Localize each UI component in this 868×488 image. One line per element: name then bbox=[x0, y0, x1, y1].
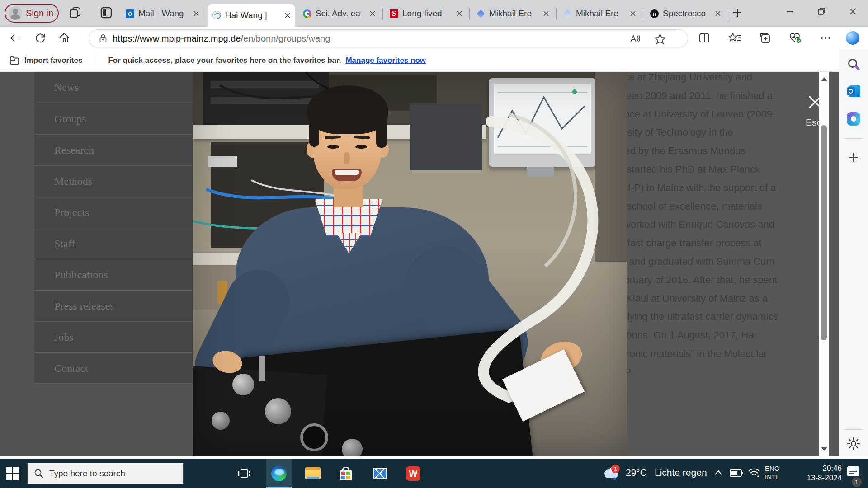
sidebar-item-methods[interactable]: Methods bbox=[34, 165, 195, 197]
sidebar-outlook-icon[interactable] bbox=[846, 84, 861, 99]
scrollbar-down-arrow[interactable] bbox=[821, 447, 827, 451]
clock-date: 13-8-2024 bbox=[792, 473, 842, 483]
tab-close-icon[interactable] bbox=[543, 11, 549, 16]
tab-actions-icon[interactable] bbox=[100, 7, 112, 19]
lock-icon[interactable] bbox=[99, 34, 107, 43]
home-icon[interactable] bbox=[56, 30, 72, 46]
settings-more-icon[interactable] bbox=[817, 30, 834, 46]
mpip-favicon bbox=[212, 11, 221, 19]
split-screen-icon[interactable] bbox=[696, 30, 712, 46]
wifi-icon[interactable] bbox=[748, 467, 760, 478]
import-favorites-label[interactable]: Import favorites bbox=[24, 56, 82, 65]
import-favorites-icon[interactable] bbox=[9, 56, 20, 66]
taskbar-search-input[interactable] bbox=[49, 469, 167, 479]
weather-desc[interactable]: Lichte regen bbox=[655, 467, 707, 478]
tab-mikhail-2[interactable]: Mikhail Ere bbox=[559, 4, 640, 23]
taskbar-edge-button[interactable] bbox=[266, 459, 292, 488]
favorites-bar-star-icon[interactable] bbox=[726, 30, 743, 46]
address-bar[interactable]: https://www.mpip-mainz.mpg.de/en/bonn/gr… bbox=[89, 29, 688, 47]
taskbar-file-explorer-button[interactable] bbox=[300, 459, 326, 488]
lang-top: ENG bbox=[765, 464, 780, 473]
tab-mikhail-1[interactable]: Mikhail Ere bbox=[472, 4, 553, 23]
sidebar-settings-gear-icon[interactable] bbox=[846, 436, 861, 451]
sidebar-item-contact[interactable]: Contact bbox=[34, 352, 195, 384]
tab-close-icon[interactable] bbox=[457, 11, 462, 16]
tab-separator bbox=[728, 8, 728, 19]
favorites-message: For quick access, place your favorites h… bbox=[108, 56, 341, 65]
notification-badge: 1 bbox=[852, 477, 862, 487]
window-close-button[interactable] bbox=[842, 0, 863, 23]
sidebar-item-groups[interactable]: Groups bbox=[34, 103, 195, 134]
tab-strip: Sign in o Mail - Wang Hai Wang | Sci. Ad… bbox=[0, 0, 868, 27]
tab-close-icon[interactable] bbox=[285, 13, 290, 18]
hidden-icons-chevron[interactable] bbox=[713, 469, 723, 476]
tab-title: Long-lived bbox=[402, 9, 453, 19]
tab-separator bbox=[206, 8, 206, 19]
rail-divider bbox=[844, 429, 863, 430]
scrollbar-thumb[interactable] bbox=[821, 125, 827, 340]
tab-separator bbox=[643, 8, 643, 19]
collections-icon[interactable] bbox=[757, 30, 773, 46]
favorites-bar: Import favorites For quick access, place… bbox=[0, 50, 868, 72]
sidebar-item-jobs[interactable]: Jobs bbox=[34, 321, 195, 352]
tab-close-icon[interactable] bbox=[370, 11, 375, 16]
weather-temp[interactable]: 29°C bbox=[626, 467, 647, 478]
read-aloud-icon[interactable] bbox=[629, 33, 641, 45]
sidebar-item-press-releases[interactable]: Press releases bbox=[34, 290, 195, 321]
tab-title: Mail - Wang bbox=[138, 9, 189, 19]
tab-spectroscopy[interactable]: n Spectrosco bbox=[646, 4, 725, 23]
tab-sci-adv[interactable]: Sci. Adv. ea bbox=[298, 4, 380, 23]
sidebar-item-publications[interactable]: Publications bbox=[34, 259, 195, 290]
browser-toolbar: https://www.mpip-mainz.mpg.de/en/bonn/gr… bbox=[0, 27, 868, 50]
sidebar-m365-icon[interactable] bbox=[846, 112, 861, 126]
tab-close-icon[interactable] bbox=[715, 11, 721, 16]
minimize-button[interactable] bbox=[780, 0, 801, 23]
browser-essentials-icon[interactable] bbox=[787, 30, 803, 46]
profile-avatar-icon bbox=[9, 6, 22, 20]
signin-label: Sign in bbox=[26, 8, 53, 19]
rail-divider bbox=[844, 138, 863, 139]
signin-button[interactable]: Sign in bbox=[5, 4, 59, 23]
sidebar-item-staff[interactable]: Staff bbox=[34, 228, 195, 259]
battery-icon[interactable] bbox=[730, 469, 743, 477]
notification-center-icon[interactable] bbox=[846, 465, 860, 478]
google-favicon bbox=[303, 9, 311, 18]
page-scrollbar[interactable] bbox=[819, 72, 829, 456]
scrollbar-up-arrow[interactable] bbox=[821, 77, 827, 81]
manage-favorites-link[interactable]: Manage favorites now bbox=[345, 56, 426, 65]
new-tab-button[interactable] bbox=[731, 7, 743, 19]
add-favorite-star-icon[interactable] bbox=[654, 33, 666, 45]
taskbar-mail-button[interactable] bbox=[367, 459, 392, 488]
edge-sidebar-rail bbox=[839, 50, 868, 456]
site-sidebar-menu: News Groups Research Methods Projects St… bbox=[34, 72, 195, 384]
sidebar-item-news[interactable]: News bbox=[34, 72, 195, 103]
start-button[interactable] bbox=[0, 459, 25, 488]
taskbar-wps-button[interactable]: W bbox=[401, 459, 426, 488]
tab-hai-wang-active[interactable]: Hai Wang | bbox=[208, 4, 295, 27]
tab-close-icon[interactable] bbox=[193, 11, 199, 16]
back-icon[interactable] bbox=[7, 30, 24, 46]
sidebar-search-icon[interactable] bbox=[846, 57, 861, 71]
tab-separator bbox=[556, 8, 557, 19]
tab-close-icon[interactable] bbox=[630, 11, 636, 16]
refresh-icon[interactable] bbox=[32, 30, 48, 46]
search-icon bbox=[34, 469, 44, 479]
tab-title: Spectrosco bbox=[663, 9, 711, 19]
url-host: https://www.mpip-mainz.mpg.de bbox=[113, 33, 241, 44]
task-view-button[interactable] bbox=[231, 459, 257, 488]
language-indicator[interactable]: ENG INTL bbox=[765, 464, 780, 481]
taskbar-search-box[interactable] bbox=[27, 463, 184, 484]
workspaces-icon[interactable] bbox=[69, 7, 81, 19]
tab-title: Hai Wang | bbox=[225, 10, 281, 20]
taskbar-store-button[interactable] bbox=[333, 459, 359, 488]
copilot-icon[interactable] bbox=[844, 30, 861, 46]
sidebar-item-projects[interactable]: Projects bbox=[34, 197, 195, 228]
tab-mail[interactable]: o Mail - Wang bbox=[121, 4, 203, 23]
restore-button[interactable] bbox=[811, 0, 832, 23]
tab-long-lived[interactable]: S Long-lived bbox=[385, 4, 467, 23]
bio-paragraph: nce at Zhejiang University andween 2009 … bbox=[618, 72, 819, 382]
sidebar-add-icon[interactable] bbox=[846, 150, 861, 164]
tab-title: Sci. Adv. ea bbox=[316, 9, 366, 19]
clock[interactable]: 20:46 13-8-2024 bbox=[792, 464, 842, 483]
sidebar-item-research[interactable]: Research bbox=[34, 134, 195, 165]
